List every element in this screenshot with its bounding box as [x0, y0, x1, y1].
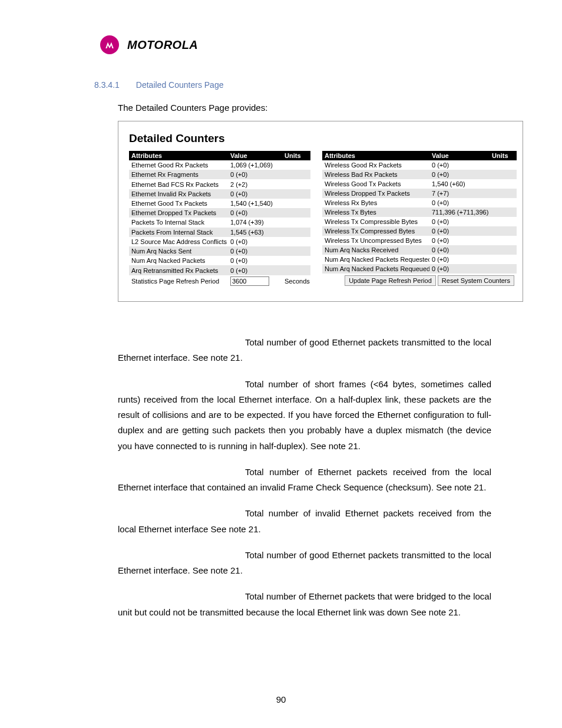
cell-value: 2 (+2): [228, 179, 282, 189]
para: Total number of Ethernet packets that we…: [118, 591, 491, 617]
cell-attr: L2 Source Mac Address Conflicts: [129, 237, 228, 246]
cell-attr: Ethernet Invalid Rx Packets: [129, 189, 228, 199]
th-attr: Attributes: [129, 151, 228, 160]
cell-units: [490, 198, 517, 207]
cell-attr: Num Arq Nacked Packets: [129, 256, 228, 265]
cell-attr: Wireless Good Rx Packets: [322, 160, 429, 170]
cell-value: 711,396 (+711,396): [429, 207, 490, 217]
cell-attr: Wireless Tx Uncompressed Bytes: [322, 236, 429, 245]
page-number: 90: [0, 694, 562, 704]
refresh-label: Statistics Page Refresh Period: [129, 275, 228, 287]
detailed-counters-panel: Detailed Counters Attributes Value Units…: [118, 121, 523, 302]
cell-units: [282, 208, 310, 218]
cell-value: 0 (+0): [228, 189, 282, 199]
cell-units: [490, 264, 517, 274]
refresh-input[interactable]: [230, 276, 269, 286]
table-row: Wireless Tx Compressible Bytes0 (+0): [322, 217, 517, 226]
cell-value: 0 (+0): [429, 170, 490, 179]
cell-value: 1,540 (+60): [429, 179, 490, 189]
cell-value: 0 (+0): [429, 198, 490, 207]
cell-attr: Wireless Dropped Tx Packets: [322, 189, 429, 198]
table-row: L2 Source Mac Address Conflicts0 (+0): [129, 237, 310, 246]
cell-units: [490, 170, 517, 179]
cell-value: 0 (+0): [429, 236, 490, 245]
cell-attr: Num Arq Nacked Packets Requested: [322, 255, 429, 264]
table-row: Arq Retransmitted Rx Packets0 (+0): [129, 265, 310, 275]
cell-value: 7 (+7): [429, 189, 490, 198]
table-row: Num Arq Nacked Packets Requeued0 (+0): [322, 264, 517, 274]
page-header: MOTOROLA: [100, 35, 527, 54]
cell-value: 0 (+0): [228, 256, 282, 265]
panel-title: Detailed Counters: [129, 132, 512, 145]
cell-units: [282, 199, 310, 208]
cell-value: 1,540 (+1,540): [228, 199, 282, 208]
cell-attr: Wireless Good Tx Packets: [322, 179, 429, 189]
table-row: Wireless Tx Uncompressed Bytes0 (+0): [322, 236, 517, 245]
th-unit: Units: [490, 151, 517, 160]
th-attr: Attributes: [322, 151, 429, 160]
table-row: Packets To Internal Stack1,074 (+39): [129, 218, 310, 227]
reset-counters-button[interactable]: Reset System Counters: [438, 275, 514, 286]
cell-units: [490, 189, 517, 198]
cell-attr: Ethernet Rx Fragments: [129, 170, 228, 179]
para: Total number of Ethernet packets receive…: [118, 467, 491, 492]
cell-attr: Num Arq Nacks Received: [322, 245, 429, 255]
cell-value: 0 (+0): [228, 265, 282, 275]
cell-units: [282, 228, 310, 237]
cell-attr: Ethernet Bad FCS Rx Packets: [129, 179, 228, 189]
para: Total number of good Ethernet packets tr…: [118, 550, 491, 575]
section-title: Detailed Counters Page: [136, 80, 224, 90]
cell-attr: Num Arq Nacked Packets Requeued: [322, 264, 429, 274]
table-row: Num Arq Nacked Packets0 (+0): [129, 256, 310, 265]
cell-units: [490, 160, 517, 170]
cell-value: 0 (+0): [429, 264, 490, 274]
cell-attr: Wireless Bad Rx Packets: [322, 170, 429, 179]
table-row: Wireless Rx Bytes0 (+0): [322, 198, 517, 207]
cell-units: [490, 179, 517, 189]
cell-attr: Packets From Internal Stack: [129, 228, 228, 237]
cell-attr: Ethernet Dropped Tx Packets: [129, 208, 228, 218]
table-row: Wireless Dropped Tx Packets7 (+7): [322, 189, 517, 198]
cell-units: [282, 237, 310, 246]
table-row: Num Arq Nacks Received0 (+0): [322, 245, 517, 255]
cell-value: 1,069 (+1,069): [228, 160, 282, 170]
body-text: Total number of good Ethernet packets tr…: [118, 335, 491, 620]
table-row: Ethernet Good Rx Packets1,069 (+1,069): [129, 160, 310, 170]
cell-units: [282, 265, 310, 275]
cell-attr: Wireless Tx Bytes: [322, 207, 429, 217]
para: Total number of short frames (<64 bytes,…: [118, 379, 491, 451]
cell-units: [490, 236, 517, 245]
cell-units: [282, 179, 310, 189]
cell-value: 0 (+0): [429, 160, 490, 170]
cell-value: 0 (+0): [228, 237, 282, 246]
table-row: Packets From Internal Stack1,545 (+63): [129, 228, 310, 237]
refresh-units: Seconds: [282, 275, 310, 287]
cell-attr: Ethernet Good Tx Packets: [129, 199, 228, 208]
cell-attr: Ethernet Good Rx Packets: [129, 160, 228, 170]
cell-units: [282, 256, 310, 265]
table-row: Wireless Good Tx Packets1,540 (+60): [322, 179, 517, 189]
cell-value: 0 (+0): [429, 255, 490, 264]
cell-attr: Wireless Rx Bytes: [322, 198, 429, 207]
cell-value: 1,074 (+39): [228, 218, 282, 227]
cell-value: 0 (+0): [429, 226, 490, 236]
table-row: Ethernet Invalid Rx Packets0 (+0): [129, 189, 310, 199]
counters-table-right: Attributes Value Units Wireless Good Rx …: [322, 151, 517, 287]
section-number: 8.3.4.1: [94, 80, 120, 90]
counters-table-left: Attributes Value Units Ethernet Good Rx …: [129, 151, 310, 287]
update-refresh-button[interactable]: Update Page Refresh Period: [345, 275, 436, 286]
cell-value: 0 (+0): [429, 217, 490, 226]
table-row: Ethernet Bad FCS Rx Packets2 (+2): [129, 179, 310, 189]
cell-value: 0 (+0): [429, 245, 490, 255]
cell-units: [490, 207, 517, 217]
motorola-logo-icon: [100, 35, 119, 54]
cell-value: 0 (+0): [228, 208, 282, 218]
cell-units: [282, 189, 310, 199]
cell-value: 1,545 (+63): [228, 228, 282, 237]
para: Total number of invalid Ethernet packets…: [118, 508, 491, 533]
section-heading: 8.3.4.1 Detailed Counters Page: [100, 80, 527, 90]
table-row: Ethernet Good Tx Packets1,540 (+1,540): [129, 199, 310, 208]
cell-attr: Arq Retransmitted Rx Packets: [129, 265, 228, 275]
table-row: Ethernet Rx Fragments0 (+0): [129, 170, 310, 179]
cell-units: [282, 170, 310, 179]
